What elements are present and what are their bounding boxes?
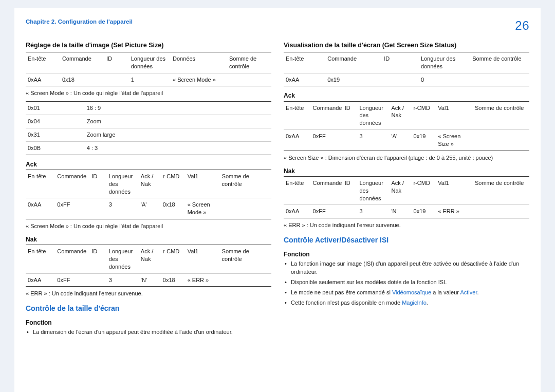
page-number: 26 <box>515 18 529 33</box>
th: Val1 <box>436 101 473 130</box>
td: « ERR » <box>436 205 473 218</box>
td: 0xAA <box>284 130 311 151</box>
td <box>89 198 106 219</box>
ack-note-left: « Screen Mode » : Un code qui règle l'ét… <box>26 222 271 230</box>
td: 0x0B <box>26 141 85 155</box>
td: 0xFF <box>55 198 89 219</box>
link-magicinfo[interactable]: MagicInfo <box>402 300 427 306</box>
th: ID <box>382 52 419 73</box>
nak-note-left: « ERR » : Un code indiquant l'erreur sur… <box>26 290 271 297</box>
td: « Screen Size » <box>436 130 473 151</box>
list-item: Le mode ne peut pas être commandé si Vid… <box>285 289 529 297</box>
td: Zoom <box>85 115 271 128</box>
td <box>220 273 271 287</box>
th: Ack / Nak <box>390 176 412 205</box>
td: 0xFF <box>311 205 343 218</box>
text: . <box>477 289 478 295</box>
ack-table-right: En-tête Commande ID Longueur des données… <box>284 101 529 151</box>
th: ID <box>89 170 106 198</box>
columns: Réglage de la taille d'image (Set Pictur… <box>26 38 529 339</box>
td <box>470 73 529 86</box>
th: r-CMD <box>412 101 436 130</box>
text: a la valeur <box>431 289 460 295</box>
fonction-label-right: Fonction <box>284 250 529 258</box>
th: Longueur des données <box>357 101 389 130</box>
td: 0x18 <box>161 198 186 219</box>
link-videomosaique[interactable]: Vidéomosaïque <box>392 289 431 295</box>
list-item: La dimension de l'écran d'un appareil pe… <box>27 328 271 337</box>
td: 3 <box>357 130 389 151</box>
nak-table-right: En-tête Commande ID Longueur des données… <box>284 176 529 218</box>
th: Ack / Nak <box>390 101 412 130</box>
th: En-tête <box>26 170 55 198</box>
list-item: Cette fonction n'est pas disponible en m… <box>285 299 529 307</box>
th: Somme de contrôle <box>227 52 271 73</box>
th: ID <box>343 101 358 130</box>
screen-mode-note: « Screen Mode » : Un code qui règle l'ét… <box>26 89 271 97</box>
th: Longueur des données <box>357 176 389 205</box>
td: 0xAA <box>26 198 55 219</box>
th: En-tête <box>26 245 55 274</box>
td: 'A' <box>139 198 161 219</box>
td: 'A' <box>390 130 412 151</box>
th: Commande <box>55 170 89 198</box>
th: r-CMD <box>412 176 436 205</box>
set-picture-size-table: En-tête Commande ID Longueur des données… <box>26 52 271 87</box>
th: Val1 <box>186 245 220 274</box>
td: Zoom large <box>85 128 271 141</box>
get-screen-size-title: Visualisation de la taille d'écran (Get … <box>284 41 529 50</box>
th: Commande <box>311 101 343 130</box>
list-item: La fonction image sur image (ISI) d'un a… <box>285 260 529 276</box>
text: Cette fonction n'est pas disponible en m… <box>291 300 402 306</box>
fonction-label-left: Fonction <box>26 319 271 327</box>
screen-size-control-title: Contrôle de la taille d'écran <box>26 304 271 313</box>
th: En-tête <box>284 101 311 130</box>
td: 0x01 <box>26 102 85 115</box>
td <box>382 73 419 86</box>
td: 1 <box>129 73 171 86</box>
td: 0xAA <box>284 205 311 218</box>
th: Somme de contrôle <box>473 101 529 130</box>
th: Commande <box>55 245 89 274</box>
get-screen-size-table: En-tête Commande ID Longueur des données… <box>284 52 529 87</box>
th: En-tête <box>26 52 60 73</box>
th: r-CMD <box>161 245 186 274</box>
th: r-CMD <box>161 170 186 198</box>
td: 0xFF <box>311 130 343 151</box>
th: Val1 <box>436 176 473 205</box>
fonction-list-right: La fonction image sur image (ISI) d'un a… <box>284 260 529 307</box>
th: Somme de contrôle <box>220 170 271 198</box>
th: Somme de contrôle <box>470 52 529 73</box>
th: Longueur des données <box>107 245 139 274</box>
td: 0 <box>419 73 470 86</box>
nak-label: Nak <box>26 235 271 244</box>
td: « Screen Mode » <box>186 198 220 219</box>
td: 0xAA <box>284 73 325 86</box>
td: 0x19 <box>412 130 436 151</box>
th: Données <box>171 52 227 73</box>
ack-label: Ack <box>26 160 271 169</box>
td: 'N' <box>139 273 161 287</box>
th: Ack / Nak <box>139 245 161 274</box>
td: « ERR » <box>186 273 220 287</box>
text: Le mode ne peut pas être commandé si <box>291 289 392 295</box>
page-area: Chapitre 2. Configuration de l'appareil … <box>14 8 541 392</box>
link-activer[interactable]: Activer <box>460 289 477 295</box>
set-picture-size-title: Réglage de la taille d'image (Set Pictur… <box>26 41 271 50</box>
th: Longueur des données <box>129 52 171 73</box>
th: Longueur des données <box>107 170 139 198</box>
th: Longueur des données <box>419 52 470 73</box>
td: 0x18 <box>60 73 104 86</box>
td: 0x19 <box>325 73 382 86</box>
td <box>473 205 529 218</box>
td: 3 <box>107 198 139 219</box>
th: Val1 <box>186 170 220 198</box>
th: Ack / Nak <box>139 170 161 198</box>
th: ID <box>104 52 129 73</box>
page-header: Chapitre 2. Configuration de l'appareil … <box>26 18 529 33</box>
chapter-label: Chapitre 2. Configuration de l'appareil <box>26 18 133 25</box>
nak-label-right: Nak <box>284 167 529 175</box>
list-item: Disponible seulement sur les modèles dot… <box>285 278 529 287</box>
ack-note-right: « Screen Size » : Dimension d'écran de l… <box>284 154 529 162</box>
td: 3 <box>357 205 389 218</box>
